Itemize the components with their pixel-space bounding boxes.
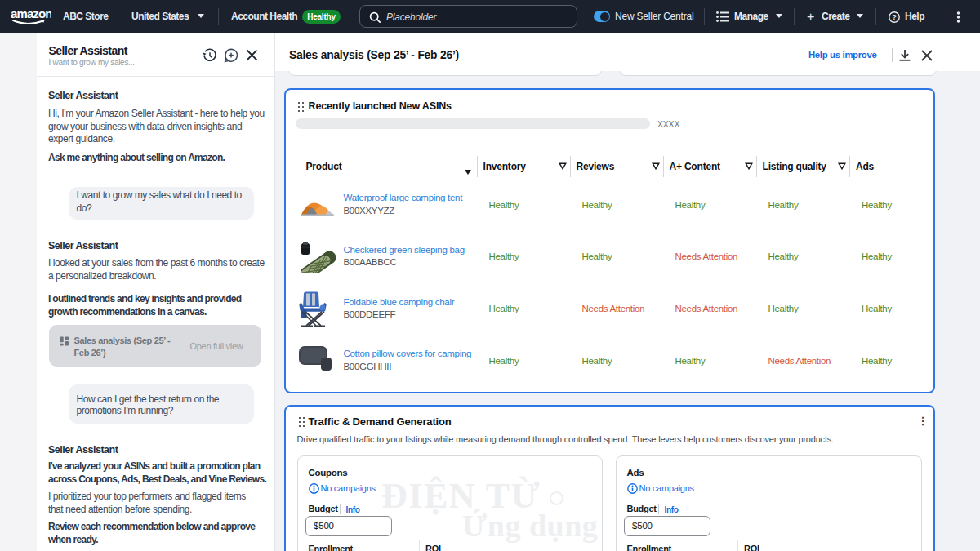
- svg-text:?: ?: [892, 13, 897, 21]
- svg-text:amazon: amazon: [11, 7, 51, 20]
